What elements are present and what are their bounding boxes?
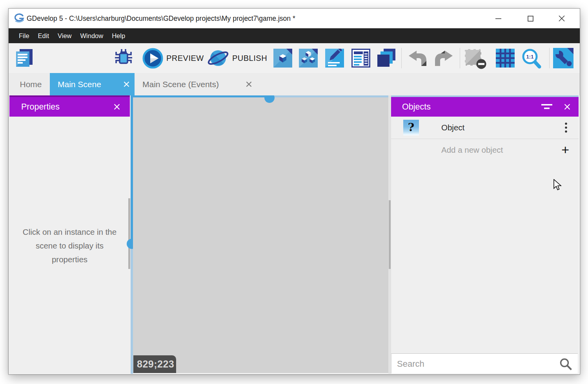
preview-label[interactable]: PREVIEW xyxy=(166,43,204,73)
instances-list-icon[interactable] xyxy=(351,49,370,68)
maximize-button[interactable] xyxy=(519,9,542,28)
settings-wrench-icon[interactable] xyxy=(553,48,573,68)
properties-panel-header: Properties xyxy=(9,97,130,117)
toolbar: PREVIEW PUBLISH xyxy=(9,43,580,73)
mouse-cursor-icon xyxy=(552,179,562,191)
filter-icon[interactable] xyxy=(541,103,553,110)
preview-icon[interactable] xyxy=(142,48,163,69)
objects-panel-title: Objects xyxy=(402,97,431,117)
toolbar-separator xyxy=(401,48,402,68)
close-button[interactable] xyxy=(550,9,573,28)
tab-close-icon[interactable] xyxy=(123,81,130,88)
edit-scene-properties-icon[interactable] xyxy=(325,49,344,68)
toolbar-separator xyxy=(460,48,460,68)
add-object-plus-icon[interactable]: + xyxy=(561,139,569,160)
maximize-icon xyxy=(528,16,533,22)
cursor-coordinates-badge: 829;223 xyxy=(133,355,176,373)
gdevelop-logo-icon xyxy=(15,13,25,24)
minimize-button[interactable] xyxy=(486,9,510,28)
properties-panel: Properties Click on an instance in the s… xyxy=(9,95,130,374)
object-menu-kebab-icon[interactable] xyxy=(564,123,568,133)
search-icon[interactable] xyxy=(559,358,572,370)
minimize-icon xyxy=(495,16,501,22)
add-object-label: Add a new object xyxy=(441,139,503,161)
toolbar-separator xyxy=(549,48,550,68)
object-search-input[interactable] xyxy=(391,354,563,374)
object-question-icon: ? xyxy=(403,120,419,135)
edit-object-groups-icon[interactable] xyxy=(299,49,318,68)
horizontal-splitter[interactable] xyxy=(133,95,269,97)
window-title: GDevelop 5 - C:\Users\charburg\Documents… xyxy=(27,9,295,28)
zoom-ratio-label: 1:1 xyxy=(526,54,534,60)
horizontal-splitter-right[interactable] xyxy=(269,95,388,97)
menu-view[interactable]: View xyxy=(53,28,76,43)
grid-icon[interactable] xyxy=(496,49,515,68)
objects-close-icon[interactable] xyxy=(564,103,571,110)
close-icon xyxy=(559,15,565,22)
editor-tab-bar: Home Main Scene Main Scene (Events) xyxy=(9,73,580,95)
add-object-row[interactable]: Add a new object + xyxy=(391,139,579,161)
project-manager-icon[interactable] xyxy=(15,49,34,68)
menu-bar: File Edit View Window Help xyxy=(9,28,580,43)
scene-canvas[interactable]: 829;223 xyxy=(133,95,388,373)
zoom-original-icon[interactable]: 1:1 xyxy=(521,48,542,69)
tab-home-label: Home xyxy=(20,80,42,89)
editor-content: Properties Click on an instance in the s… xyxy=(9,95,579,374)
debugger-icon[interactable] xyxy=(114,49,133,68)
object-name: Object xyxy=(441,117,464,139)
properties-panel-title: Properties xyxy=(21,97,60,117)
properties-close-icon[interactable] xyxy=(113,103,120,110)
menu-edit[interactable]: Edit xyxy=(34,28,53,43)
layers-icon[interactable] xyxy=(377,49,396,68)
title-bar: GDevelop 5 - C:\Users\charburg\Documents… xyxy=(9,9,580,28)
tab-main-scene-events-label: Main Scene (Events) xyxy=(142,73,219,95)
menu-help[interactable]: Help xyxy=(107,28,129,43)
object-list-item[interactable]: ? Object xyxy=(391,117,579,139)
tab-main-scene[interactable]: Main Scene xyxy=(50,73,135,95)
tab-main-scene-events[interactable]: Main Scene (Events) xyxy=(135,73,257,95)
properties-scrollbar-thumb[interactable] xyxy=(128,198,130,269)
canvas-scrollbar-thumb[interactable] xyxy=(389,200,391,269)
app-window: GDevelop 5 - C:\Users\charburg\Documents… xyxy=(8,8,580,375)
menu-file[interactable]: File xyxy=(15,28,34,43)
tab-close-icon[interactable] xyxy=(246,81,252,88)
publish-label[interactable]: PUBLISH xyxy=(232,43,267,73)
objects-panel-header: Objects xyxy=(391,97,579,117)
redo-icon[interactable] xyxy=(433,50,454,67)
objects-panel: Objects ? Object Add a new xyxy=(391,95,579,374)
clear-selection-icon[interactable] xyxy=(464,48,486,69)
undo-icon[interactable] xyxy=(407,50,428,67)
tab-main-scene-label: Main Scene xyxy=(58,73,101,95)
tab-home[interactable]: Home xyxy=(12,73,50,95)
object-search-bar xyxy=(391,353,578,373)
edit-objects-icon[interactable] xyxy=(273,49,292,68)
publish-icon[interactable] xyxy=(207,47,229,69)
menu-window[interactable]: Window xyxy=(76,28,108,43)
properties-empty-message: Click on an instance in the scene to dis… xyxy=(20,225,119,266)
